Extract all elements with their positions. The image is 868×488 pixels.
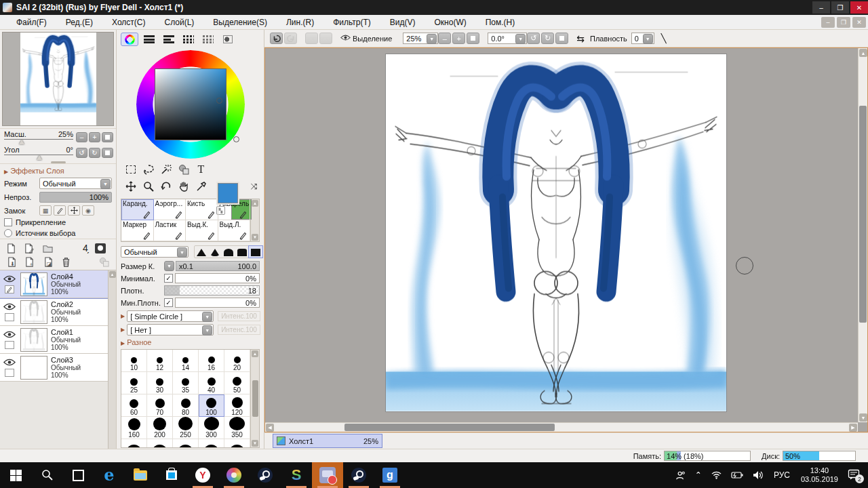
rgb-sliders-tab[interactable] [140, 33, 158, 46]
horizontal-scrollbar[interactable]: ◀ ▶ [265, 422, 858, 432]
hsv-sliders-tab[interactable] [160, 33, 178, 46]
taskbar-app[interactable] [250, 462, 281, 488]
layer-paint-mode-icon[interactable] [5, 369, 14, 377]
zoom-in-button[interactable]: + [89, 132, 100, 142]
brush-size-cell[interactable]: 120 [224, 394, 250, 417]
delete-layer-button[interactable] [59, 256, 73, 268]
taskbar-app[interactable] [31, 462, 62, 488]
brush-size-slider[interactable]: x0.1 100.0 [176, 261, 260, 271]
menu-item[interactable]: Файл(F) [7, 18, 56, 27]
layer-visibility-eye-icon[interactable] [3, 275, 16, 284]
layer-thumbnail[interactable] [20, 356, 47, 380]
notification-center-icon[interactable]: 2 [848, 469, 860, 481]
layer-item[interactable]: Слой1 Обычный 100% [0, 326, 108, 354]
taskbar-app[interactable] [125, 462, 156, 488]
size-grid-scrollbar[interactable]: ▲▼ [250, 350, 259, 447]
horizontal-scroll-thumb[interactable] [344, 424, 555, 431]
canvas-zoom-reset-button[interactable] [467, 33, 479, 44]
redo-button[interactable] [284, 33, 297, 44]
taskbar-app[interactable]: Y [187, 462, 218, 488]
hand-tool[interactable] [175, 178, 192, 195]
taskbar-app[interactable]: g [374, 462, 406, 488]
move-tool[interactable] [122, 178, 139, 195]
selection-source-row[interactable]: Источник выбора [0, 228, 116, 239]
clip-checkbox[interactable] [4, 218, 12, 226]
brush-size-cell[interactable]: 70 [147, 394, 173, 417]
canvas-rotate-ccw-button[interactable]: ↺ [527, 33, 540, 44]
layer-mode-select[interactable]: Обычный ▼ [39, 178, 112, 189]
canvas-zoom-in-button[interactable]: + [452, 33, 465, 44]
lasso-tool[interactable] [140, 161, 157, 178]
zoom-reset-button[interactable] [102, 132, 113, 142]
vertical-scroll-thumb[interactable] [859, 106, 867, 323]
mindensity-value[interactable]: 0% [175, 298, 260, 308]
brush-size-cell[interactable] [199, 439, 224, 448]
taskbar-app[interactable]: e [94, 462, 125, 488]
mixer-tab[interactable] [180, 33, 197, 46]
menu-item[interactable]: Фильтр(T) [323, 18, 380, 27]
brush-tool[interactable]: Аэрогр... [154, 199, 186, 220]
rotate-reset-button[interactable] [102, 148, 113, 158]
brush-size-cell[interactable]: 30 [147, 372, 173, 394]
layer-visibility-eye-icon[interactable] [3, 303, 16, 312]
canvas-zoom-out-button[interactable]: – [438, 33, 451, 44]
selection-source-radio[interactable] [4, 229, 12, 237]
language-indicator[interactable]: РУС [774, 470, 790, 480]
brush-size-cell[interactable]: 80 [173, 394, 199, 417]
clear-layer-button[interactable]: ◪ [41, 256, 54, 268]
expand-icon[interactable]: ▶ [121, 313, 125, 319]
brush-size-cell[interactable] [121, 439, 147, 448]
shape-move-tool[interactable] [175, 161, 192, 178]
rotate-view-tool[interactable] [157, 178, 174, 195]
transform-tool-button[interactable]: 4̗ [79, 243, 92, 254]
lock-paint-icon[interactable] [54, 205, 66, 216]
taskbar-app[interactable] [0, 462, 31, 488]
rect-select-tool[interactable] [122, 161, 139, 178]
brush-shape-select[interactable]: [ Simple Circle ]▼ [127, 310, 214, 322]
brush-tool[interactable]: Маркер [121, 220, 154, 241]
layer-visibility-eye-icon[interactable] [3, 331, 16, 340]
panel-divider[interactable] [0, 160, 116, 164]
color-wheel-tab[interactable] [121, 33, 138, 46]
layer-mask-button[interactable] [94, 243, 107, 254]
layer-thumbnail[interactable] [20, 328, 47, 352]
color-wheel[interactable] [136, 50, 245, 159]
canvas-tab[interactable]: Холст1 25% [273, 434, 382, 448]
taskbar-app[interactable] [218, 462, 250, 488]
layer-thumbnail[interactable] [20, 300, 47, 324]
menu-item[interactable]: Слой(L) [155, 18, 203, 27]
new-layer-button[interactable] [4, 243, 18, 254]
clip-layer-row[interactable]: Прикрепление [0, 217, 116, 228]
canvas-rotate-reset-button[interactable] [555, 33, 568, 44]
brush-size-cell[interactable]: 10 [121, 350, 147, 372]
child-minimize-button[interactable]: – [821, 17, 835, 28]
menu-item[interactable]: Ред.(E) [56, 18, 102, 27]
wifi-icon[interactable] [711, 471, 722, 479]
layer-effects-header[interactable]: ▶Эффекты Слоя [0, 164, 116, 176]
lock-alpha-icon[interactable]: ▦ [39, 205, 52, 216]
child-close-button[interactable]: ✕ [852, 17, 866, 28]
brush-tool[interactable]: Ластик [154, 220, 186, 241]
people-icon[interactable] [675, 470, 686, 481]
edge-shape-round[interactable] [222, 246, 235, 258]
flip-canvas-icon[interactable]: ⇆ [576, 33, 585, 44]
brush-size-cell[interactable]: 200 [147, 417, 173, 439]
brush-size-cell[interactable]: 20 [224, 350, 250, 372]
restore-button[interactable]: ❐ [831, 1, 849, 14]
merge-down-button[interactable]: ⬇ [4, 256, 18, 268]
angle-slider[interactable] [4, 155, 73, 160]
brush-size-cell[interactable]: 50 [224, 372, 250, 394]
brush-size-cell[interactable]: 14 [173, 350, 199, 372]
saturation-value-square[interactable] [155, 68, 226, 140]
taskbar-app[interactable] [343, 462, 374, 488]
brush-blend-select[interactable]: Обычный ▼ [121, 246, 189, 258]
taskbar-app[interactable]: S [281, 462, 312, 488]
brush-tool[interactable]: Кисть [186, 199, 218, 220]
canvas-viewport[interactable]: ▲ ▼ ◀ ▶ [264, 47, 868, 432]
canvas-angle-field[interactable]: 0.0°▼ [488, 33, 527, 44]
brush-size-cell[interactable]: 25 [121, 372, 147, 394]
menu-item[interactable]: Холст(C) [102, 18, 155, 27]
close-button[interactable]: ✕ [850, 1, 868, 14]
deselect-button[interactable] [305, 33, 318, 44]
navigator[interactable] [0, 30, 116, 129]
